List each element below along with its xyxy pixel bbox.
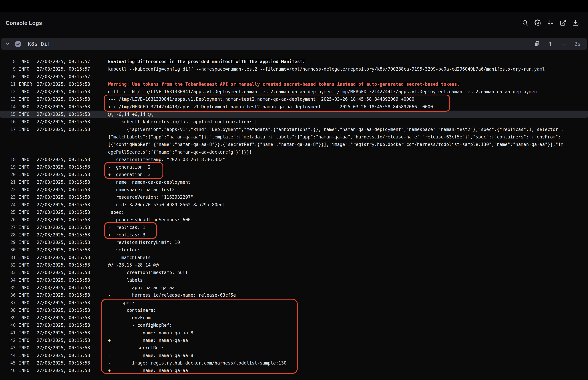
log-timestamp: 27/03/2025, 00:15:58: [37, 276, 90, 284]
log-row[interactable]: 10 INFO 27/03/2025, 00:15:57: [0, 73, 588, 80]
log-message: namespace: naman-test2: [108, 186, 564, 193]
log-level: INFO: [19, 58, 33, 65]
arrow-up-icon: [547, 41, 553, 47]
log-timestamp: 27/03/2025, 00:15:57: [37, 58, 90, 65]
log-level: INFO: [19, 209, 33, 216]
log-level: INFO: [19, 329, 33, 337]
scroll-to-bottom-button[interactable]: [560, 40, 568, 48]
log-row[interactable]: 8 INFO 27/03/2025, 00:15:57 Evaluating D…: [0, 58, 588, 65]
log-message: revisionHistoryLimit: 10: [108, 239, 564, 246]
collapse-button[interactable]: [547, 19, 554, 27]
log-row[interactable]: 23 INFO 27/03/2025, 00:15:58 resourceVer…: [0, 193, 588, 201]
log-message: progressDeadlineSeconds: 600: [108, 216, 564, 224]
log-row[interactable]: 34 INFO 27/03/2025, 00:15:58 labels:: [0, 276, 588, 284]
log-level: INFO: [19, 95, 33, 103]
line-number: 31: [0, 254, 16, 261]
collapse-step-button[interactable]: [4, 40, 12, 48]
log-timestamp: 27/03/2025, 00:15:58: [37, 216, 90, 224]
line-number: 10: [0, 73, 16, 80]
log-row[interactable]: 41 INFO 27/03/2025, 00:15:58 - name: nam…: [0, 329, 588, 337]
log-row[interactable]: 19 INFO 27/03/2025, 00:15:58 - generatio…: [0, 163, 588, 171]
log-message: - configMapRef:: [108, 322, 564, 329]
log-row[interactable]: 26 INFO 27/03/2025, 00:15:58 progressDea…: [0, 216, 588, 224]
log-row[interactable]: 36 INFO 27/03/2025, 00:15:58 - harness.i…: [0, 291, 588, 299]
log-timestamp: 27/03/2025, 00:15:58: [37, 239, 90, 246]
log-message: labels:: [108, 276, 564, 284]
log-row[interactable]: 30 INFO 27/03/2025, 00:15:58 selector:: [0, 246, 588, 254]
log-row[interactable]: 44 INFO 27/03/2025, 00:15:58 - name: nam…: [0, 352, 588, 359]
log-row[interactable]: 22 INFO 27/03/2025, 00:15:58 namespace: …: [0, 186, 588, 193]
log-row[interactable]: 32 INFO 27/03/2025, 00:15:58 @@ -28,15 +…: [0, 261, 588, 269]
log-level: INFO: [19, 73, 33, 80]
log-level: INFO: [19, 231, 33, 239]
log-row[interactable]: 35 INFO 27/03/2025, 00:15:58 app: naman-…: [0, 284, 588, 291]
log-row[interactable]: 21 INFO 27/03/2025, 00:15:58 name: naman…: [0, 178, 588, 186]
line-number: 11: [0, 80, 16, 88]
log-timestamp: 27/03/2025, 00:15:58: [37, 224, 90, 231]
log-row[interactable]: 15 INFO 27/03/2025, 00:15:58 @@ -6,14 +6…: [0, 111, 588, 118]
log-row[interactable]: 11 ERROR 27/03/2025, 00:15:58 Warning: U…: [0, 80, 588, 88]
log-timestamp: 27/03/2025, 00:15:58: [37, 171, 90, 178]
log-timestamp: 27/03/2025, 00:15:58: [37, 246, 90, 254]
log-message: name: naman-qa-aa-deployment: [108, 178, 564, 186]
log-level: INFO: [19, 299, 33, 306]
top-black-strip: [0, 0, 588, 12]
log-row[interactable]: 9 INFO 27/03/2025, 00:15:57 kubectl --ku…: [0, 65, 588, 73]
log-timestamp: 27/03/2025, 00:15:58: [37, 344, 90, 352]
log-row[interactable]: 12 INFO 27/03/2025, 00:15:58 diff -u -N …: [0, 88, 588, 95]
log-level: INFO: [19, 276, 33, 284]
log-level: INFO: [19, 254, 33, 261]
log-message: creationTimestamp: null: [108, 269, 564, 276]
line-number: 15: [0, 111, 16, 118]
search-button[interactable]: [521, 19, 529, 27]
log-level: INFO: [19, 163, 33, 171]
log-row[interactable]: 27 INFO 27/03/2025, 00:15:58 - replicas:…: [0, 224, 588, 231]
log-row[interactable]: 18 INFO 27/03/2025, 00:15:58 creationTim…: [0, 156, 588, 163]
line-number: 43: [0, 344, 16, 352]
log-message: spec:: [108, 299, 564, 306]
log-timestamp: 27/03/2025, 00:15:58: [37, 201, 90, 209]
log-row[interactable]: 40 INFO 27/03/2025, 00:15:58 - configMap…: [0, 322, 588, 329]
log-row[interactable]: 37 INFO 27/03/2025, 00:15:58 spec:: [0, 299, 588, 306]
log-message: - name: naman-qa-aa-8: [108, 329, 564, 337]
log-row[interactable]: 33 INFO 27/03/2025, 00:15:58 creationTim…: [0, 269, 588, 276]
scroll-to-top-button[interactable]: [547, 40, 554, 48]
log-message: - replicas: 1: [108, 224, 564, 231]
log-row[interactable]: 16 INFO 27/03/2025, 00:15:58 kubectl.kub…: [0, 118, 588, 126]
step-header-k8s-diff[interactable]: K8s Diff 2s: [1, 38, 587, 50]
log-level: INFO: [19, 156, 33, 163]
log-row[interactable]: 14 INFO 27/03/2025, 00:15:58 +++ /tmp/ME…: [0, 103, 588, 111]
line-number: 24: [0, 201, 16, 209]
settings-button[interactable]: [534, 19, 542, 27]
log-row[interactable]: 43 INFO 27/03/2025, 00:15:58 - secretRef…: [0, 344, 588, 352]
line-number: 20: [0, 171, 16, 178]
log-row[interactable]: 46 INFO 27/03/2025, 00:15:58 + name: nam…: [0, 367, 588, 374]
line-number: 40: [0, 322, 16, 329]
log-message: kubectl.kubernetes.io/last-applied-confi…: [108, 118, 564, 126]
open-external-button[interactable]: [559, 19, 567, 27]
log-row[interactable]: 29 INFO 27/03/2025, 00:15:58 revisionHis…: [0, 239, 588, 246]
copy-button[interactable]: [533, 40, 541, 48]
log-row[interactable]: 24 INFO 27/03/2025, 00:15:58 uid: 3a20dc…: [0, 201, 588, 209]
log-timestamp: 27/03/2025, 00:15:58: [37, 88, 90, 95]
log-row[interactable]: 39 INFO 27/03/2025, 00:15:58 - envFrom:: [0, 314, 588, 322]
log-message: Evaluating Differences in the provided m…: [108, 58, 564, 65]
log-row[interactable]: 28 INFO 27/03/2025, 00:15:58 + replicas:…: [0, 231, 588, 239]
log-row[interactable]: 42 INFO 27/03/2025, 00:15:58 + name: nam…: [0, 337, 588, 344]
download-button[interactable]: [572, 19, 580, 27]
log-row[interactable]: 25 INFO 27/03/2025, 00:15:58 spec:: [0, 209, 588, 216]
log-timestamp: 27/03/2025, 00:15:58: [37, 186, 90, 193]
log-message: {"apiVersion":"apps/v1","kind":"Deployme…: [108, 126, 564, 156]
log-row[interactable]: 31 INFO 27/03/2025, 00:15:58 matchLabels…: [0, 254, 588, 261]
log-timestamp: 27/03/2025, 00:15:58: [37, 111, 90, 118]
log-level: INFO: [19, 65, 33, 73]
log-row[interactable]: 38 INFO 27/03/2025, 00:15:58 containers:: [0, 306, 588, 314]
log-row[interactable]: 13 INFO 27/03/2025, 00:15:58 --- /tmp/LI…: [0, 95, 588, 103]
line-number: 23: [0, 193, 16, 201]
log-row[interactable]: 20 INFO 27/03/2025, 00:15:58 + generatio…: [0, 171, 588, 178]
log-message: + name: naman-qa-aa: [108, 367, 564, 374]
log-row[interactable]: 17 INFO 27/03/2025, 00:15:58 {"apiVersio…: [0, 126, 588, 156]
log-level: INFO: [19, 306, 33, 314]
line-number: 34: [0, 276, 16, 284]
log-row[interactable]: 45 INFO 27/03/2025, 00:15:58 - image: re…: [0, 359, 588, 367]
